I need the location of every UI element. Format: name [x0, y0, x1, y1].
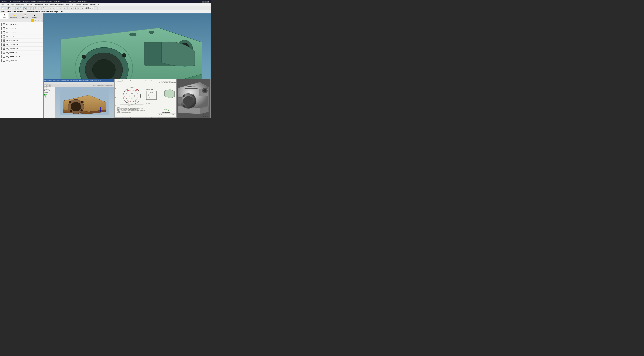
menu-form-location[interactable]: Form and Location	[50, 4, 64, 6]
tb-perp[interactable]: ⊥	[70, 7, 73, 10]
svg-text:Victory: Victory	[164, 109, 169, 111]
tb-copy[interactable]: ⧉	[16, 7, 19, 10]
tb-probe1[interactable]: ✏	[38, 7, 42, 10]
svg-text:ALLOWED.: ALLOWED.	[117, 111, 120, 112]
tab-characteristics[interactable]: 📋 Characterist...	[20, 13, 30, 19]
tb-plane[interactable]: ▭	[49, 7, 52, 10]
svg-point-40	[122, 53, 126, 57]
sv-tab-meas[interactable]: Measurem...	[44, 89, 54, 90]
svg-point-32	[92, 59, 116, 80]
sv-tb-1[interactable]: 📄	[44, 85, 46, 87]
probe-size-select[interactable]: 3mm 5mm 1mm	[88, 7, 94, 10]
list-item-5[interactable]: #6_Position .015 - 2	[0, 43, 43, 47]
menu-cad[interactable]: CAD	[70, 4, 75, 6]
list-item-2[interactable]: #5_Dia .350 - 2	[0, 30, 43, 35]
list-tb-down[interactable]: ↓	[37, 19, 40, 22]
menu-help[interactable]: ?	[97, 4, 100, 6]
list-toolbar: ✏ ↓ ↑	[0, 19, 43, 22]
list-item-3[interactable]: #5_Dia .350 - 3	[0, 35, 43, 39]
svg-point-62	[69, 101, 71, 103]
tab-measurements[interactable]: 📏 Measuremen...	[9, 13, 20, 19]
list-item-7[interactable]: #8_Basic 5.625 - 1	[0, 51, 43, 55]
restore-button[interactable]: □	[204, 1, 206, 3]
list-item-6[interactable]: #6_Position .015 - 3	[0, 47, 43, 51]
tb-probe-settings[interactable]: ⚙	[94, 7, 98, 10]
svg-text:REVISIONS: REVISIONS	[117, 81, 122, 82]
tb-sphere[interactable]: ○	[56, 7, 59, 10]
sv-menu-file[interactable]: File	[44, 82, 46, 84]
tab-features[interactable]: ◆ Features	[30, 13, 39, 19]
sv-menu-extras[interactable]: Extras	[78, 82, 82, 84]
tab-cmm[interactable]: ⊞ CMM	[0, 13, 9, 19]
menu-edit[interactable]: Edit	[5, 4, 10, 6]
sv-tb-3[interactable]: 💾	[48, 85, 50, 87]
probe-selector: #1 3mm 5mm 1mm	[86, 7, 94, 10]
sv-menu-elements[interactable]: Elements	[52, 82, 57, 84]
list-tb-up[interactable]: ↑	[40, 19, 43, 22]
list-item-4[interactable]: #6_Position .015 - 1	[0, 39, 43, 43]
tb-run[interactable]: ▶	[78, 7, 81, 10]
sv-tb-2[interactable]: 📂	[46, 85, 48, 87]
list-tb-pencil[interactable]: ✏	[34, 19, 37, 22]
item-label-8: #8_Basic 5.625 - 2	[6, 56, 20, 58]
svg-text:BREAK ALL OUTSIDE EDGES: .010 : BREAK ALL OUTSIDE EDGES: .010 - .015	[117, 112, 130, 113]
svg-point-161	[183, 105, 185, 107]
photo-view	[176, 79, 210, 118]
tb-pan[interactable]: ✋	[34, 7, 37, 10]
list-item-1[interactable]: #5_Dia .350 - 1	[0, 26, 43, 30]
menu-plan[interactable]: Plan	[65, 4, 70, 6]
sv-tab-feat[interactable]: Features	[44, 92, 54, 93]
list-item-0[interactable]: #3_Basic 8.375	[0, 22, 43, 26]
menu-extras[interactable]: Extras	[75, 4, 82, 6]
sv-tab-char[interactable]: Characterist...	[44, 90, 54, 91]
characteristics-icon: 📋	[24, 14, 26, 16]
menu-file[interactable]: File	[0, 4, 5, 6]
tb-cut[interactable]: ✂	[12, 7, 15, 10]
menu-window[interactable]: Window	[90, 4, 97, 6]
list-item-8[interactable]: #8_Basic 5.625 - 2	[0, 55, 43, 59]
sv-menu-construction[interactable]: Construction	[63, 82, 70, 84]
menu-view[interactable]: View	[10, 4, 15, 6]
tb-cylinder[interactable]: ⊃	[59, 7, 62, 10]
menu-planner[interactable]: Planner	[82, 4, 89, 6]
tb-save[interactable]: 💾	[8, 7, 11, 10]
tb-zoom-in[interactable]: +	[27, 7, 30, 10]
menu-features[interactable]: Features	[25, 4, 33, 6]
tb-new[interactable]: 📄	[0, 7, 4, 10]
list-item-9[interactable]: #10_Basic .375 - 1	[0, 59, 43, 63]
close-button[interactable]: ✕	[208, 1, 210, 3]
sv-menu-edit[interactable]: Edit	[47, 82, 49, 84]
tb-stop[interactable]: ■	[81, 7, 84, 10]
menu-resources[interactable]: Resources	[15, 4, 25, 6]
menu-construction[interactable]: Construction	[33, 4, 44, 6]
tb-line[interactable]: —	[45, 7, 48, 10]
measurement-list: #3_Basic 8.375#5_Dia .350 - 1#5_Dia .350…	[0, 22, 43, 118]
sv-content: CMM Measurem... Characterist... Features…	[44, 87, 114, 118]
sv-3d-view[interactable]: Z X	[55, 87, 114, 118]
tb-cone[interactable]: △	[62, 7, 66, 10]
menu-size[interactable]: Size	[44, 4, 49, 6]
sv-titlebar: CALYPSO 2021 Offline Planner Copyright ©…	[44, 79, 114, 82]
tb-circle[interactable]: ⊙	[52, 7, 56, 10]
tb-measure[interactable]: ◯	[42, 7, 45, 10]
svg-point-133	[210, 114, 210, 115]
svg-text:Z: Z	[101, 106, 102, 107]
sv-menu-cad[interactable]: CAD	[76, 82, 78, 84]
sv-tab-cmm[interactable]: CMM	[44, 87, 54, 88]
tb-parallel[interactable]: ∥	[66, 7, 69, 10]
tb-feature[interactable]: ⊞	[74, 7, 77, 10]
svg-text:VERIFIED TO AN OVERALL PROFILE: VERIFIED TO AN OVERALL PROFILE REQUIREME…	[117, 109, 138, 110]
tb-paste[interactable]: 📋	[19, 7, 22, 10]
svg-text:CORE BLOCK: CORE BLOCK	[162, 111, 171, 113]
tb-zoom-fit[interactable]: 🔍	[24, 7, 26, 10]
minimize-button[interactable]: ─	[202, 1, 204, 3]
tab-features-label: Features	[32, 17, 37, 18]
sv-menu-view[interactable]: View	[49, 82, 52, 84]
tb-open[interactable]: 📂	[4, 7, 7, 10]
sv-menu-size[interactable]: Size	[70, 82, 72, 84]
sv-menu-features[interactable]: Features	[58, 82, 62, 84]
sv-menu-tol[interactable]: F&L	[73, 82, 75, 84]
tb-rotate[interactable]: ↻	[30, 7, 34, 10]
item-label-9: #10_Basic .375 - 1	[6, 60, 20, 62]
sv-left-panel: CMM Measurem... Characterist... Features…	[44, 87, 55, 118]
